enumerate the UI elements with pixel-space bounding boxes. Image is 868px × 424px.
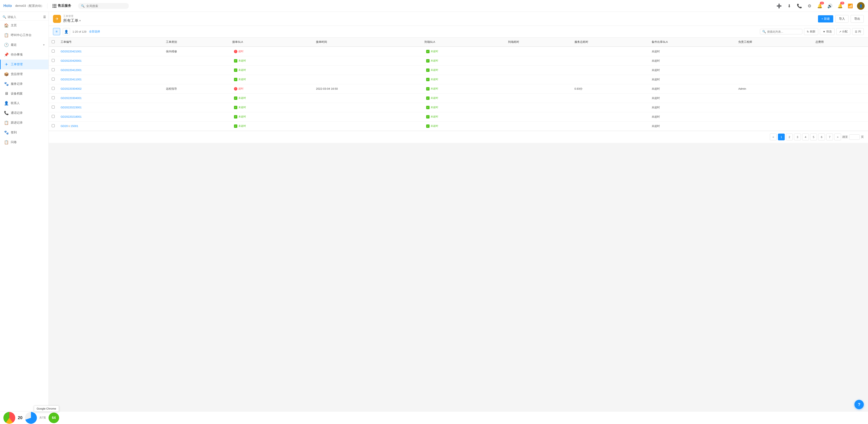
cell-id[interactable]: GD20220218001 xyxy=(58,112,163,121)
page-header-right: + 新建 导入 导出 xyxy=(818,15,864,23)
download-btn[interactable]: ⬇ xyxy=(786,3,793,9)
columns-button[interactable]: ☰ 列 xyxy=(852,28,864,35)
cell-id[interactable]: GD20220420001 xyxy=(58,56,163,65)
row-checkbox-cell[interactable] xyxy=(49,112,58,121)
row-checkbox[interactable] xyxy=(52,78,55,81)
cell-type xyxy=(163,121,229,131)
speaker-btn[interactable]: 🔊 xyxy=(827,3,833,9)
sidebar-item-device[interactable]: 🖥 设备档案 xyxy=(0,89,49,98)
page-5-button[interactable]: 5 xyxy=(810,133,817,140)
page-prev-button[interactable]: < xyxy=(770,133,777,140)
export-button[interactable]: 导出 xyxy=(850,15,864,23)
cell-id[interactable]: GD20220421001 xyxy=(58,47,163,56)
row-checkbox-cell[interactable] xyxy=(49,65,58,75)
avatar[interactable]: 👤 xyxy=(857,2,865,10)
sidebar-item-followup[interactable]: 📋 跟进记录 xyxy=(0,118,49,128)
page-7-button[interactable]: 7 xyxy=(826,133,833,140)
sidebar-menu-icon[interactable]: ☰ xyxy=(43,15,46,19)
sidebar-search-area[interactable]: 🔍 ☰ xyxy=(0,13,49,21)
sidebar-item-home[interactable]: 🏠 主页 xyxy=(0,21,49,30)
row-checkbox[interactable] xyxy=(52,105,55,109)
sidebar-search-input[interactable] xyxy=(7,15,42,19)
row-checkbox[interactable] xyxy=(52,87,55,90)
cell-receive-time xyxy=(313,65,421,75)
filter-button[interactable]: ▼ 筛选 xyxy=(820,28,835,35)
table-search[interactable]: 🔍 xyxy=(760,29,802,34)
refresh-button[interactable]: ↻ 刷新 xyxy=(804,28,818,35)
cell-id[interactable]: GD20220304001 xyxy=(58,93,163,103)
row-checkbox[interactable] xyxy=(52,50,55,53)
cell-total-cost xyxy=(812,103,868,112)
cell-total-cost xyxy=(812,121,868,131)
speaker-icon: 🔊 xyxy=(827,3,833,8)
new-button[interactable]: + 新建 xyxy=(818,15,833,23)
cell-arrive-cost xyxy=(505,121,571,131)
page-4-button[interactable]: 4 xyxy=(802,133,809,140)
page-3-button[interactable]: 3 xyxy=(794,133,801,140)
phone-btn[interactable]: 📞 xyxy=(796,3,803,9)
cell-id[interactable]: GD20220411001 xyxy=(58,75,163,84)
select-all-checkbox[interactable] xyxy=(52,40,55,43)
chrome-tooltip: Google Chrome xyxy=(34,405,59,412)
sidebar-item-recent[interactable]: 🕐 最近 ▼ xyxy=(0,40,49,50)
row-checkbox-cell[interactable] xyxy=(49,103,58,112)
cell-parts-sla: 未超时 xyxy=(649,121,735,131)
module-name[interactable]: 售后服务 xyxy=(53,4,71,8)
row-checkbox-cell[interactable] xyxy=(49,121,58,131)
goto-input[interactable] xyxy=(849,134,860,140)
global-search[interactable]: 🔍 xyxy=(78,3,129,9)
cell-engineer xyxy=(735,75,812,84)
device-icon: 🖥 xyxy=(4,91,9,96)
page-6-button[interactable]: 6 xyxy=(818,133,825,140)
page-2-button[interactable]: 2 xyxy=(786,133,793,140)
cell-parts-sla: 未超时 xyxy=(649,75,735,84)
sidebar-item-workorder[interactable]: ✈ 工单管理 xyxy=(0,60,49,69)
page-title: 所有工单 ▾ xyxy=(63,18,81,23)
card-view-button[interactable]: 👤 xyxy=(63,28,70,35)
bell-btn[interactable]: 🔔 11 xyxy=(816,3,823,9)
cell-service-cost xyxy=(571,47,649,56)
row-checkbox-cell[interactable] xyxy=(49,47,58,56)
row-checkbox[interactable] xyxy=(52,96,55,99)
page-next-button[interactable]: > xyxy=(834,133,841,140)
sidebar-item-contact[interactable]: 👤 联系人 xyxy=(0,98,49,108)
wifi-btn[interactable]: 📶 xyxy=(847,3,854,9)
select-all-link[interactable]: 全部选择 xyxy=(89,30,100,33)
settings-btn[interactable]: ⚙ xyxy=(806,3,813,9)
list-view-button[interactable]: ≡ xyxy=(53,28,60,35)
sidebar-item-goods[interactable]: 📦 货品管理 xyxy=(0,69,49,79)
cell-id[interactable]: GD20⧉15001 xyxy=(58,121,163,131)
select-all-checkbox-header[interactable] xyxy=(49,37,58,47)
cell-id[interactable]: GD20220412001 xyxy=(58,65,163,75)
table-search-input[interactable] xyxy=(767,30,800,33)
sidebar-item-service[interactable]: 🐾 服务记录 xyxy=(0,79,49,89)
module-label: 售后服务 xyxy=(58,4,71,8)
import-button[interactable]: 导入 xyxy=(835,15,848,23)
sidebar-item-callcenter[interactable]: 📋 呼叫中心工作台 xyxy=(0,30,49,40)
refresh-label: 刷新 xyxy=(810,30,815,33)
row-checkbox-cell[interactable] xyxy=(49,93,58,103)
row-checkbox[interactable] xyxy=(52,115,55,118)
page-1-button[interactable]: 1 xyxy=(778,133,785,140)
help-button[interactable]: ? xyxy=(855,400,864,409)
sidebar-item-survey[interactable]: 📋 问卷 xyxy=(0,138,49,147)
row-checkbox[interactable] xyxy=(52,124,55,127)
sidebar-item-checkin[interactable]: 🐾 签到 xyxy=(0,128,49,138)
cell-arrive-cost xyxy=(505,112,571,121)
row-checkbox-cell[interactable] xyxy=(49,75,58,84)
title-chevron-icon[interactable]: ▾ xyxy=(79,19,81,22)
assign-button[interactable]: ↗ 分配 xyxy=(836,28,850,35)
add-btn[interactable]: ➕ xyxy=(776,3,782,9)
search-input[interactable] xyxy=(86,4,126,8)
row-checkbox[interactable] xyxy=(52,59,55,62)
sidebar-item-todo[interactable]: 📌 待办事项 xyxy=(0,50,49,60)
row-checkbox-cell[interactable] xyxy=(49,84,58,93)
cell-receive-sla: ✓未超时 xyxy=(229,56,313,65)
cell-id[interactable]: GD20220304002 xyxy=(58,84,163,93)
cell-id[interactable]: GD20220223001 xyxy=(58,103,163,112)
table-row: GD20220304001 ✓未超时 ✓未超时 未超时 xyxy=(49,93,868,103)
row-checkbox[interactable] xyxy=(52,68,55,71)
row-checkbox-cell[interactable] xyxy=(49,56,58,65)
notification-btn[interactable]: 🔔 76 xyxy=(837,3,843,9)
sidebar-item-calllog[interactable]: 📞 通话记录 xyxy=(0,108,49,118)
